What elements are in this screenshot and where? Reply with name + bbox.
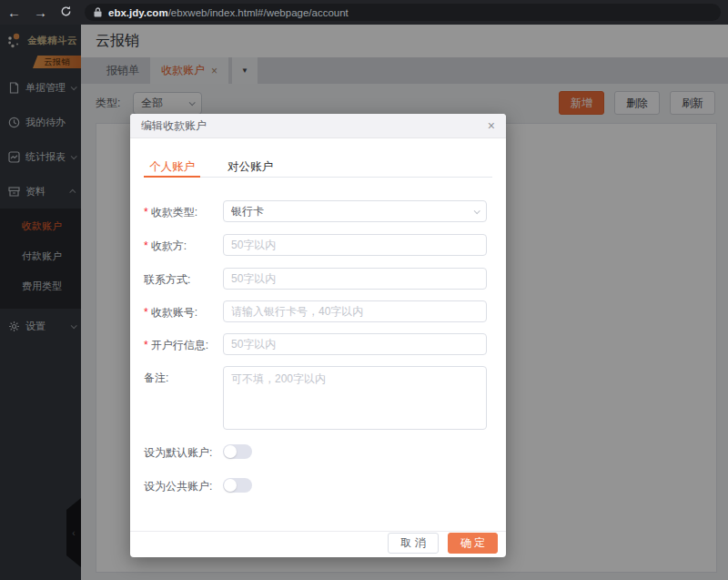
default-account-label: 设为默认账户: — [144, 445, 212, 461]
edit-account-dialog: 编辑收款账户 × 个人账户 对公账户 *收款类型: 银行卡 *收款方: 联系方式… — [130, 114, 506, 557]
address-bar[interactable]: ebx.jdy.com/ebxweb/index.html#/webpage/a… — [85, 4, 721, 21]
payment-type-select[interactable]: 银行卡 — [223, 200, 487, 222]
confirm-button[interactable]: 确 定 — [448, 533, 498, 554]
payment-type-value: 银行卡 — [231, 204, 264, 219]
remark-textarea[interactable] — [223, 366, 487, 430]
required-asterisk: * — [144, 306, 148, 319]
required-asterisk: * — [144, 239, 148, 252]
default-account-toggle[interactable] — [223, 444, 252, 459]
app-root: 金蝶精斗云 云报销 单据管理 我的待办 统计报表 资料 — [0, 25, 728, 580]
account-number-label: *收款账号: — [144, 305, 197, 321]
contact-label: 联系方式: — [144, 272, 190, 288]
account-number-input[interactable] — [223, 300, 487, 322]
cancel-button[interactable]: 取 消 — [388, 533, 438, 554]
dialog-footer: 取 消 确 定 — [130, 531, 506, 557]
bank-info-label: *开户行信息: — [144, 338, 208, 353]
dialog-header: 编辑收款账户 × — [130, 114, 506, 138]
dialog-title: 编辑收款账户 — [141, 118, 207, 134]
reload-icon[interactable] — [60, 5, 72, 19]
required-asterisk: * — [144, 339, 148, 351]
forward-icon[interactable]: → — [34, 5, 47, 19]
bank-info-input[interactable] — [223, 333, 487, 355]
public-account-toggle[interactable] — [223, 478, 252, 493]
chevron-down-icon — [474, 208, 480, 214]
contact-input[interactable] — [223, 268, 487, 290]
payee-label: *收款方: — [144, 239, 187, 254]
url-domain: ebx.jdy.com — [108, 7, 168, 18]
payment-type-label: *收款类型: — [144, 205, 197, 220]
required-asterisk: * — [144, 206, 148, 219]
payee-input[interactable] — [223, 234, 487, 256]
public-account-label: 设为公共账户: — [144, 479, 212, 494]
browser-chrome: ← → ebx.jdy.com/ebxweb/index.html#/webpa… — [0, 0, 728, 25]
dialog-tabs: 个人账户 对公账户 — [144, 159, 492, 178]
lock-icon — [94, 5, 102, 21]
tab-personal-account[interactable]: 个人账户 — [144, 159, 200, 178]
close-icon[interactable]: × — [488, 119, 495, 132]
tab-company-account[interactable]: 对公账户 — [222, 159, 278, 177]
url-path: /ebxweb/index.html#/webpage/account — [168, 7, 349, 18]
remark-label: 备注: — [144, 371, 168, 386]
back-icon[interactable]: ← — [7, 5, 21, 19]
